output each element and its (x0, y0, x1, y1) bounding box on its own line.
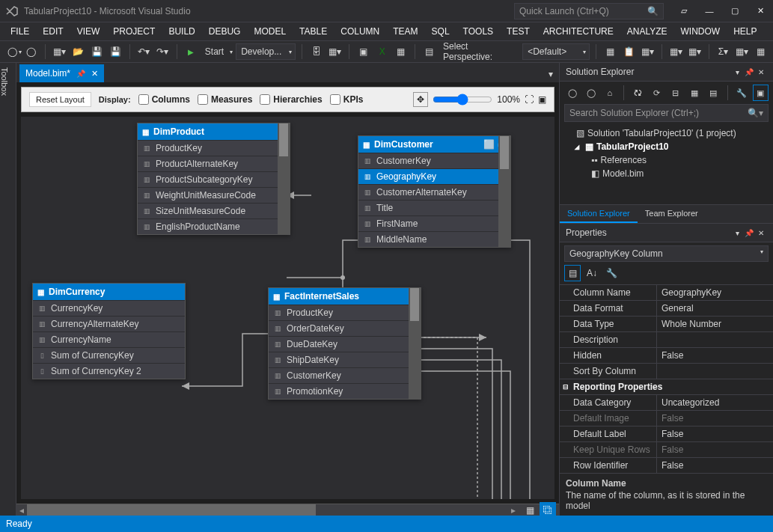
column-row[interactable]: ▥ProductKey (138, 140, 290, 156)
table-header-factinternetsales[interactable]: ▦FactInternetSales (269, 288, 421, 305)
column-row[interactable]: ▯Sum of CurrencyKey (33, 347, 185, 363)
pan-icon[interactable]: ✥ (413, 92, 428, 107)
column-row[interactable]: ▥ProductSubcategoryKey (138, 171, 290, 187)
menu-help[interactable]: HELP (727, 25, 763, 38)
kpi-icon[interactable]: ▦ (393, 43, 409, 60)
menu-analyze[interactable]: ANALYZE (621, 25, 673, 38)
column-row[interactable]: ▥OrderDateKey (269, 320, 421, 336)
measures-checkbox[interactable]: Measures (198, 94, 252, 105)
table-dimcustomer[interactable]: ▦DimCustomer⬜▭ ▥CustomerKey ▥GeographyKe… (358, 135, 511, 248)
new-project-button[interactable]: ▦▾ (52, 43, 67, 60)
menu-table[interactable]: TABLE (293, 25, 333, 38)
tool-icon-4[interactable]: ▦▾ (668, 43, 684, 60)
properties-header[interactable]: Properties ▾ 📌 ✕ (560, 224, 773, 242)
column-row[interactable]: ▥EnglishProductName (138, 218, 290, 234)
prop-row[interactable]: Row IdentifierFalse (560, 457, 773, 473)
menu-build[interactable]: BUILD (162, 25, 201, 38)
column-row[interactable]: ▥Title (358, 200, 510, 215)
kpis-checkbox[interactable]: KPIs (330, 94, 364, 105)
diagram-view-icon[interactable]: ⿻ (540, 502, 556, 519)
view-icon[interactable]: ▣ (753, 85, 769, 101)
properties-selector[interactable]: GeographyKey Column (564, 245, 769, 262)
fwd-icon[interactable]: ◯ (583, 85, 599, 101)
fit-icon[interactable]: ⛶ (525, 94, 534, 105)
prop-row[interactable]: Keep Unique RowsFalse (560, 441, 773, 457)
close-button[interactable]: ✕ (748, 1, 773, 21)
sync-icon[interactable]: 🗘 (630, 85, 646, 101)
pin-icon[interactable]: 📌 (76, 70, 85, 78)
prop-pages-icon[interactable]: 🔧 (603, 265, 620, 281)
menu-edit[interactable]: EDIT (37, 25, 69, 38)
menu-project[interactable]: PROJECT (107, 25, 161, 38)
tool-icon-3[interactable]: ▦▾ (640, 43, 656, 60)
prop-row[interactable]: Description (560, 331, 773, 347)
reset-layout-button[interactable]: Reset Layout (29, 92, 91, 107)
tool-icon-7[interactable]: ▦ (753, 43, 769, 60)
properties-grid[interactable]: Column NameGeographyKey Data FormatGener… (560, 284, 773, 473)
prop-row[interactable]: Data CategoryUncategorized (560, 394, 773, 410)
process-icon[interactable]: ▦▾ (327, 43, 343, 60)
menu-team[interactable]: TEAM (387, 25, 424, 38)
menu-test[interactable]: TEST (501, 25, 536, 38)
prop-row[interactable]: Default ImageFalse (560, 410, 773, 426)
prop-row[interactable]: Sort By Column (560, 363, 773, 379)
categorized-icon[interactable]: ▤ (564, 265, 581, 281)
close-tab-icon[interactable]: ✕ (91, 69, 98, 79)
diagram-canvas[interactable]: ▦DimProduct ▥ProductKey ▥ProductAlternat… (21, 117, 554, 499)
open-button[interactable]: 📂 (70, 43, 86, 60)
dropdown-icon[interactable]: ▾ (731, 229, 743, 237)
actual-icon[interactable]: ▣ (538, 94, 546, 105)
column-row[interactable]: ▥WeightUnitMeasureCode (138, 187, 290, 203)
menu-tools[interactable]: TOOLS (457, 25, 499, 38)
column-row[interactable]: ▥CustomerKey (358, 153, 510, 168)
menu-window[interactable]: WINDOW (675, 25, 727, 38)
menu-view[interactable]: VIEW (71, 25, 106, 38)
tab-team-explorer[interactable]: Team Explorer (638, 205, 706, 223)
table-header-dimproduct[interactable]: ▦DimProduct (138, 123, 290, 140)
showall-icon[interactable]: ▦ (687, 85, 703, 101)
column-row[interactable]: ▥CustomerAlternateKey (358, 184, 510, 200)
nav-back-button[interactable]: ◯▾ (4, 43, 20, 60)
tool-icon-1[interactable]: ▦ (602, 43, 618, 60)
tab-dropdown-icon[interactable]: ▾ (543, 66, 559, 82)
config-combo[interactable]: Develop... (236, 43, 296, 60)
dropdown-icon[interactable]: ▾ (731, 68, 743, 76)
pin-icon[interactable]: 📌 (743, 229, 755, 237)
column-row[interactable]: ▥DueDateKey (269, 336, 421, 352)
pin-icon[interactable]: 📌 (743, 68, 755, 76)
column-row[interactable]: ▥MiddleName (358, 231, 510, 247)
maximize-button[interactable]: ▢ (722, 1, 748, 21)
column-row[interactable]: ▥ProductKey (269, 305, 421, 320)
solution-node[interactable]: ▧Solution 'TabularProject10' (1 project) (563, 126, 770, 140)
sigma-icon[interactable]: Σ▾ (715, 43, 731, 60)
menu-file[interactable]: FILE (4, 25, 35, 38)
quick-launch-input[interactable]: Quick Launch (Ctrl+Q)🔍 (514, 3, 664, 19)
references-node[interactable]: ▪▪References (563, 153, 770, 167)
nav-fwd-button[interactable]: ◯ (23, 43, 39, 60)
column-row[interactable]: ▥CurrencyName (33, 331, 185, 347)
start-label[interactable]: Start (202, 46, 227, 57)
prop-category[interactable]: Reporting Properties (560, 379, 773, 394)
column-row[interactable]: ▥FirstName (358, 215, 510, 231)
start-button[interactable]: ▶ (183, 43, 199, 60)
table-dimproduct[interactable]: ▦DimProduct ▥ProductKey ▥ProductAlternat… (137, 123, 290, 235)
hierarchies-checkbox[interactable]: Hierarchies (260, 94, 322, 105)
model-node[interactable]: ◧Model.bim (563, 167, 770, 180)
column-row[interactable]: ▥CustomerKey (269, 367, 421, 383)
table-dimcurrency[interactable]: ▦DimCurrency ▥CurrencyKey ▥CurrencyAlter… (32, 283, 186, 379)
prop-row[interactable]: HiddenFalse (560, 347, 773, 363)
canvas-hscrollbar[interactable]: ◂ ▸ ▦ ⿻ (16, 504, 559, 516)
tab-solution-explorer[interactable]: Solution Explorer (560, 205, 638, 223)
home-icon[interactable]: ⌂ (602, 85, 617, 101)
column-row[interactable]: ▥PromotionKey (269, 383, 421, 399)
menu-architecture[interactable]: ARCHITECTURE (537, 25, 620, 38)
prop-row[interactable]: Data TypeWhole Number (560, 316, 773, 331)
column-row[interactable]: ▥CurrencyAlternateKey (33, 316, 185, 331)
columns-checkbox[interactable]: Columns (138, 94, 190, 105)
save-button[interactable]: 💾 (89, 43, 105, 60)
prop-row[interactable]: Default LabelFalse (560, 426, 773, 441)
perspective-icon[interactable]: ▤ (421, 43, 437, 60)
refresh-icon[interactable]: ⟳ (649, 85, 664, 101)
properties-icon[interactable]: ▤ (706, 85, 721, 101)
collapse-icon[interactable]: ⊟ (667, 85, 683, 101)
